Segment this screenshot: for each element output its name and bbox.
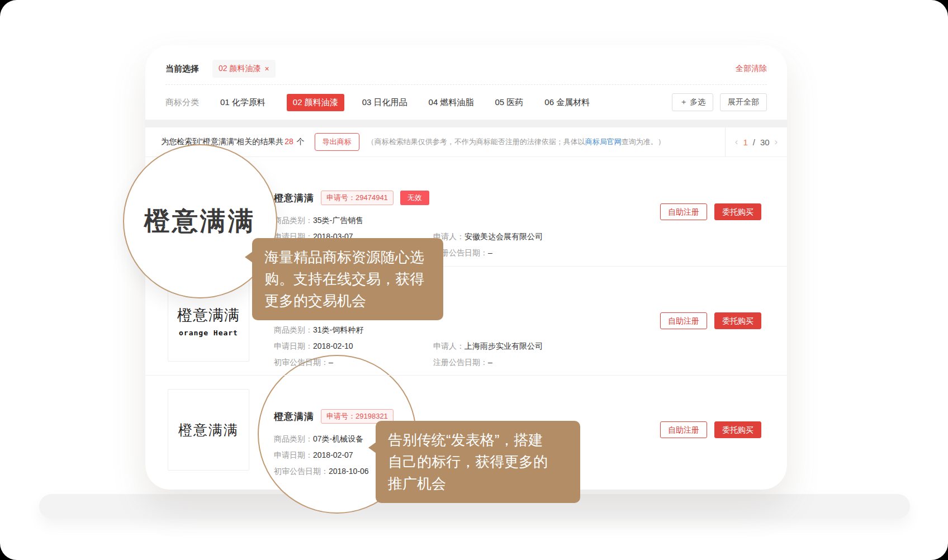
applicant-label: 申请人：: [433, 341, 464, 350]
app-no-value: 29474941: [356, 193, 388, 202]
page-separator: /: [753, 137, 755, 147]
first-publish-label: 初审公告日期：: [274, 467, 329, 476]
category-label: 商品类别：: [274, 216, 313, 225]
clear-all-button[interactable]: 全部清除: [736, 64, 767, 74]
callout-tooltip-promo: 告别传统“发表格”，搭建 自己的标行，获得更多的 推广机会: [376, 421, 580, 503]
app-no-label: 申请号：: [326, 412, 356, 420]
category-item-03[interactable]: 03 日化用品: [362, 97, 407, 108]
app-no-label: 申请号：: [326, 193, 356, 202]
category-label: 商品类别：: [274, 434, 313, 443]
reg-publish-label: 注册公告日期：: [433, 358, 488, 367]
category-value: 31类-饲料种籽: [313, 325, 363, 334]
self-register-button[interactable]: 自助注册: [660, 421, 707, 438]
apply-date-value: 2018-02-07: [313, 450, 353, 459]
trademark-image: 橙意满满: [168, 389, 249, 471]
category-value: 07类-机械设备: [313, 434, 363, 443]
apply-date-label: 申请日期：: [274, 341, 313, 350]
total-pages: 30: [760, 137, 770, 147]
category-item-06[interactable]: 06 金属材料: [544, 97, 590, 108]
trademark-image-text: 橙意满满: [177, 305, 240, 325]
expand-all-button[interactable]: 展开全部: [720, 93, 767, 111]
trademark-image-subtext: orange Heart: [179, 329, 238, 337]
current-selection-label: 当前选择: [165, 64, 199, 74]
entrust-buy-button[interactable]: 委托购买: [714, 203, 761, 220]
callout-tooltip-trade: 海量精品商标资源随心选 购。支持在线交易，获得 更多的交易机会: [252, 238, 443, 320]
apply-date-label: 申请日期：: [274, 450, 313, 459]
category-row: 商标分类 01 化学原料 02 颜料油漆 03 日化用品 04 燃料油脂 05 …: [165, 85, 767, 120]
entrust-buy-button[interactable]: 委托购买: [714, 312, 761, 329]
status-badge: 无效: [400, 191, 429, 205]
trademark-image-text: 橙意满满: [178, 421, 239, 439]
summary-suffix: 个: [295, 137, 305, 146]
applicant-value: 安徽美达会展有限公司: [464, 232, 543, 241]
category-item-02-selected[interactable]: 02 颜料油漆: [287, 94, 344, 111]
trademark-office-link[interactable]: 商标局官网: [585, 137, 622, 146]
results-summary: 为您检索到“橙意满满”相关的结果共28 个: [161, 137, 305, 147]
tag-close-icon[interactable]: ×: [264, 64, 269, 73]
category-label: 商品类别：: [274, 325, 313, 334]
disclaimer-prefix: （商标检索结果仅供参考，不作为商标能否注册的法律依据；具体以: [367, 137, 585, 146]
filter-panel: 当前选择 02 颜料油漆 × 全部清除 商标分类 01 化学原料 02 颜料油漆…: [145, 45, 787, 120]
first-publish-label: 初审公告日期：: [274, 358, 329, 367]
reg-publish-value: –: [488, 358, 492, 367]
category-item-04[interactable]: 04 燃料油脂: [429, 97, 474, 108]
magnified-trademark-text: 橙意满满: [144, 204, 256, 239]
trademark-name: 橙意满满: [274, 192, 314, 205]
disclaimer-suffix: 查询为准。）: [622, 137, 665, 146]
apply-date-value: 2018-02-10: [313, 341, 353, 350]
category-item-01[interactable]: 01 化学原料: [220, 97, 266, 108]
next-page-icon[interactable]: ›: [775, 136, 778, 148]
summary-prefix: 为您检索到“橙意满满”相关的结果共: [161, 137, 283, 146]
entrust-buy-button[interactable]: 委托购买: [714, 421, 761, 438]
category-value: 35类-广告销售: [313, 216, 363, 225]
category-row-label: 商标分类: [165, 97, 199, 108]
export-trademarks-button[interactable]: 导出商标: [315, 133, 359, 151]
multi-select-button[interactable]: ＋ 多选: [672, 93, 713, 111]
application-number-badge: 申请号：29474941: [321, 191, 394, 205]
prev-page-icon[interactable]: ‹: [735, 136, 738, 148]
reg-publish-value: –: [488, 248, 492, 257]
results-header: 为您检索到“橙意满满”相关的结果共28 个 导出商标 （商标检索结果仅供参考，不…: [145, 127, 787, 157]
first-publish-value: 2018-10-06: [329, 467, 369, 476]
trademark-name: 橙意满满: [274, 410, 314, 423]
pagination: ‹ 1 / 30 ›: [725, 127, 787, 156]
first-publish-value: –: [329, 358, 333, 367]
disclaimer-text: （商标检索结果仅供参考，不作为商标能否注册的法律依据；具体以商标局官网查询为准。…: [367, 137, 665, 147]
current-page: 1: [743, 137, 747, 147]
category-item-05[interactable]: 05 医药: [495, 97, 523, 108]
selected-filter-tag[interactable]: 02 颜料油漆 ×: [212, 60, 276, 78]
current-selection-row: 当前选择 02 颜料油漆 × 全部清除: [165, 53, 767, 84]
self-register-button[interactable]: 自助注册: [660, 312, 707, 329]
applicant-value: 上海雨步实业有限公司: [464, 341, 543, 350]
app-no-value: 29198321: [356, 412, 388, 420]
self-register-button[interactable]: 自助注册: [660, 203, 707, 220]
selected-filter-tag-text: 02 颜料油漆: [219, 64, 260, 74]
results-count: 28: [285, 137, 293, 146]
section-divider: [145, 120, 787, 127]
